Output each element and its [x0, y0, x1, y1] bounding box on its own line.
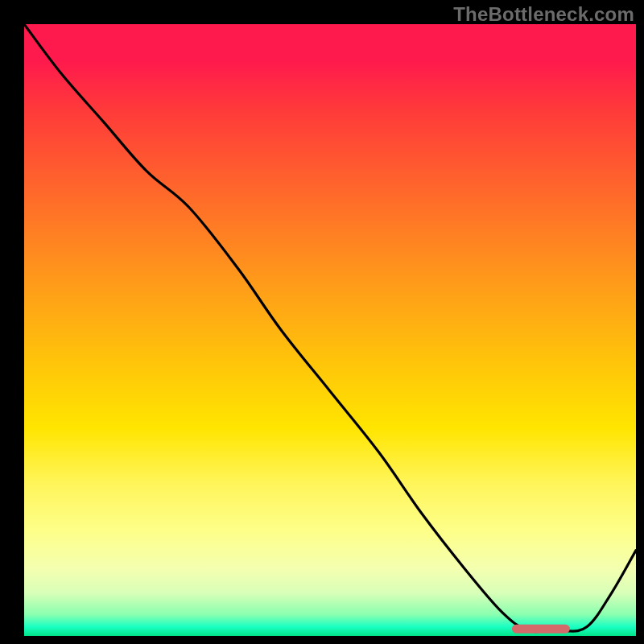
plot-area: [24, 24, 636, 636]
curve-path: [24, 24, 636, 632]
optimal-zone-marker: [512, 625, 570, 634]
bottleneck-curve: [24, 24, 636, 636]
chart-frame: TheBottleneck.com: [0, 0, 644, 644]
watermark-text: TheBottleneck.com: [453, 3, 634, 26]
